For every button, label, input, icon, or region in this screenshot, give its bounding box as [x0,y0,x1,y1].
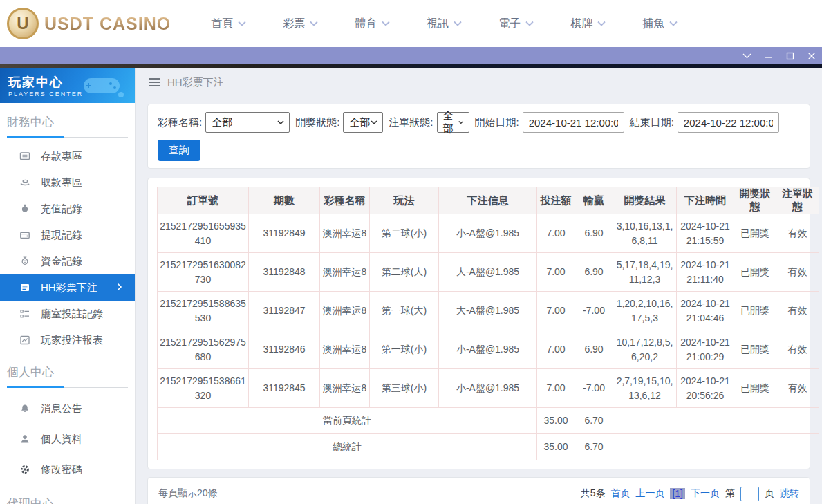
table-cell: 2024-10-21 20:56:26 [677,369,734,408]
draw-status-select[interactable]: 全部 [343,112,383,133]
chevron-down-icon [454,21,462,26]
chevron-down-icon [669,21,678,26]
sidebar-item-change-password[interactable]: 修改密碼 [0,454,135,485]
start-date-input[interactable] [523,112,624,133]
col-order-no: 訂單號 [158,187,249,214]
table-cell: 已開獎 [734,214,776,253]
order-status-select[interactable]: 全部 [437,112,469,133]
section-agent-label: 代理中心 [7,496,128,504]
pagination-bar: 每頁顯示20條 共5条 首页 上一页 [1] 下一页 第 页 跳转 [147,477,810,504]
select-chevron-icon [371,120,377,124]
table-cell: 2152172951630082730 [158,253,249,292]
nav-item-boardgames[interactable]: 棋牌 [570,17,642,31]
lottery-name-select[interactable]: 全部 [205,112,290,133]
table-cell: 31192845 [249,369,320,408]
maximize-icon[interactable] [779,47,801,64]
minimize-icon[interactable] [758,47,779,64]
total-summary-empty [613,434,819,460]
sidebar-item-label: 個人資料 [41,433,82,446]
sidebar-item-funds-records[interactable]: 資金記錄 [0,248,135,274]
sidebar-header: 玩家中心 PLAYERS CENTER [0,68,135,103]
sidebar-item-deposit-zone[interactable]: 存款專區 [0,143,135,169]
sidebar-item-recharge-records[interactable]: 充值記錄 [0,196,135,222]
table-cell: 第一球(小) [370,330,439,369]
sidebar-item-announcements[interactable]: 消息公告 [0,393,135,424]
arrow-right-icon [117,283,122,291]
table-cell: 澳洲幸运8 [320,292,370,330]
table-cell: 7.00 [537,369,575,408]
nav-item-video[interactable]: 視訊 [427,17,498,31]
sidebar-item-player-bet-report[interactable]: 玩家投注報表 [0,327,135,353]
report-chart-icon [19,335,30,346]
next-page-link[interactable]: 下一页 [691,487,720,500]
nav-item-fishing[interactable]: 捕魚 [642,17,714,31]
nav-item-slots[interactable]: 電子 [498,17,570,31]
total-summary-winloss: 6.70 [575,434,613,460]
table-cell: 有效 [776,330,819,369]
col-bet-info: 下注信息 [439,187,537,214]
jump-button[interactable]: 跳转 [780,487,799,500]
draw-status-label: 開獎狀態: [295,116,339,129]
sidebar-item-withdraw-zone[interactable]: 取款專區 [0,169,135,196]
nav-item-home[interactable]: 首頁 [211,17,283,31]
jump-prefix-text: 第 [725,487,735,500]
sidebar-item-label: 資金記錄 [41,255,82,268]
table-cell: 第二球(大) [370,253,439,292]
close-icon[interactable] [801,47,822,64]
first-page-link[interactable]: 首页 [610,487,630,500]
table-cell: 7.00 [537,214,575,253]
deposit-card-icon [19,151,30,162]
start-date-label: 開始日期: [475,116,519,129]
breadcrumb: HH彩票下注 [136,68,822,96]
jump-suffix-text: 页 [765,487,774,500]
page-jump-input[interactable] [740,487,759,501]
logo: U USDT CASINO [7,8,171,39]
chevron-down-icon [597,21,606,26]
sidebar: 玩家中心 PLAYERS CENTER 財務中心 存款專區 [0,68,136,504]
table-cell: -7.00 [575,292,613,330]
sidebar-item-profile[interactable]: 個人資料 [0,424,135,454]
window-title-bar [0,47,822,64]
table-cell: 2024-10-21 21:00:29 [677,330,734,369]
table-cell: 小-A盤@1.985 [439,369,537,408]
sidebar-item-hh-lottery-bets[interactable]: HH彩票下注 [0,274,135,301]
sidebar-item-withdrawal-records[interactable]: 提現記錄 [0,222,135,248]
table-cell: 第一球(大) [370,292,439,330]
sidebar-item-label: HH彩票下注 [41,281,97,295]
bets-table-panel: 訂單號 期數 彩種名稱 玩法 下注信息 投注額 輸贏 開獎結果 下注時間 開獎狀… [147,178,810,469]
sidebar-item-room-bet-records[interactable]: 廳室投註記錄 [0,301,135,327]
table-cell: 2152172951562975680 [158,330,249,369]
table-row: 215217295158863553031192847澳洲幸运8第一球(大)大-… [158,292,819,330]
nav-item-lottery[interactable]: 彩票 [283,17,355,31]
section-finance: 財務中心 [0,103,135,138]
table-cell: 小-A盤@1.985 [439,214,537,253]
table-cell: 10,17,12,8,5,6,20,2 [613,330,677,369]
prev-page-link[interactable]: 上一页 [635,487,664,500]
personal-menu: 消息公告 個人資料 修改密碼 [0,388,135,485]
search-button[interactable]: 查詢 [158,140,200,161]
hamburger-icon[interactable] [148,77,160,87]
table-cell: 2024-10-21 21:11:40 [677,253,734,292]
table-cell: 7.00 [537,330,575,369]
nav-label: 電子 [498,17,521,31]
sidebar-item-label: 修改密碼 [41,463,82,476]
person-icon [19,433,30,445]
main-nav: 首頁 彩票 體育 視訊 電子 棋牌 捕魚 [211,17,714,31]
table-cell: 有效 [776,292,819,330]
pager: 共5条 首页 上一页 [1] 下一页 第 页 跳转 [581,487,799,501]
col-play-type: 玩法 [370,187,439,214]
table-cell: 澳洲幸运8 [320,330,370,369]
titlebar-dropdown-icon[interactable] [736,47,758,64]
table-cell: 2024-10-21 21:15:59 [677,214,734,253]
end-date-input[interactable] [678,112,779,133]
nav-label: 捕魚 [642,17,664,31]
nav-item-sports[interactable]: 體育 [355,17,427,31]
table-cell: 6.90 [575,330,613,369]
section-personal-label: 個人中心 [7,364,128,386]
table-cell: 7.00 [537,292,575,330]
bets-table: 訂單號 期數 彩種名稱 玩法 下注信息 投注額 輸贏 開獎結果 下注時間 開獎狀… [157,187,819,460]
finance-menu: 存款專區 取款專區 充值記錄 提現記錄 [0,138,135,353]
col-draw-status: 開獎狀態 [734,187,776,214]
total-summary-row: 總統計 35.00 6.70 [158,434,819,460]
chevron-down-icon [310,21,318,26]
